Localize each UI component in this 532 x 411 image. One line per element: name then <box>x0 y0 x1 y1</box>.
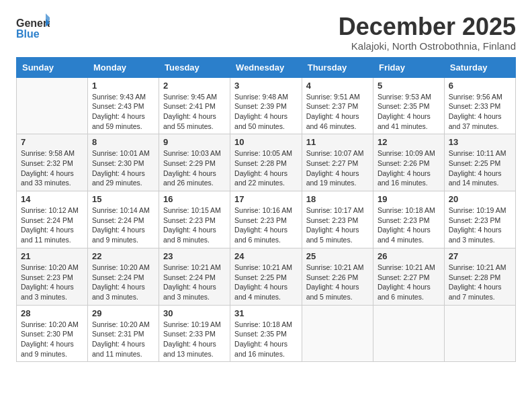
day-number: 27 <box>449 251 511 261</box>
day-info: Sunrise: 9:53 AM Sunset: 2:35 PM Dayligh… <box>378 92 440 132</box>
calendar-cell: 20Sunrise: 10:19 AM Sunset: 2:23 PM Dayl… <box>444 191 515 248</box>
day-info: Sunrise: 10:14 AM Sunset: 2:24 PM Daylig… <box>92 205 154 245</box>
calendar-cell <box>17 77 88 134</box>
calendar-header-row: SundayMondayTuesdayWednesdayThursdayFrid… <box>17 57 516 77</box>
calendar-week-row: 7Sunrise: 9:58 AM Sunset: 2:32 PM Daylig… <box>17 134 516 191</box>
day-info: Sunrise: 10:20 AM Sunset: 2:31 PM Daylig… <box>92 320 154 359</box>
calendar-cell: 3Sunrise: 9:48 AM Sunset: 2:39 PM Daylig… <box>230 77 302 134</box>
calendar-cell: 22Sunrise: 10:20 AM Sunset: 2:24 PM Dayl… <box>87 248 159 305</box>
logo: General Blue <box>16 13 50 44</box>
day-info: Sunrise: 10:21 AM Sunset: 2:25 PM Daylig… <box>234 263 298 302</box>
day-number: 28 <box>21 308 83 318</box>
calendar-table: SundayMondayTuesdayWednesdayThursdayFrid… <box>16 57 516 363</box>
day-number: 8 <box>92 137 154 147</box>
day-info: Sunrise: 10:19 AM Sunset: 2:23 PM Daylig… <box>449 205 511 245</box>
calendar-cell: 11Sunrise: 10:07 AM Sunset: 2:27 PM Dayl… <box>302 134 373 191</box>
day-info: Sunrise: 10:20 AM Sunset: 2:30 PM Daylig… <box>21 320 83 359</box>
day-number: 15 <box>92 194 154 204</box>
calendar-week-row: 14Sunrise: 10:12 AM Sunset: 2:24 PM Dayl… <box>17 191 516 248</box>
calendar-cell <box>373 305 444 362</box>
day-number: 29 <box>92 308 154 318</box>
day-number: 21 <box>21 251 83 261</box>
day-number: 20 <box>449 194 511 204</box>
day-info: Sunrise: 10:21 AM Sunset: 2:28 PM Daylig… <box>449 263 511 302</box>
calendar-cell: 12Sunrise: 10:09 AM Sunset: 2:26 PM Dayl… <box>373 134 444 191</box>
calendar-cell: 9Sunrise: 10:03 AM Sunset: 2:29 PM Dayli… <box>159 134 230 191</box>
calendar-cell: 14Sunrise: 10:12 AM Sunset: 2:24 PM Dayl… <box>17 191 88 248</box>
day-info: Sunrise: 10:01 AM Sunset: 2:30 PM Daylig… <box>92 148 154 188</box>
page-header: General Blue December 2025 Kalajoki, Nor… <box>16 13 516 52</box>
day-info: Sunrise: 10:18 AM Sunset: 2:23 PM Daylig… <box>378 205 440 245</box>
day-number: 3 <box>234 81 298 91</box>
weekday-header: Monday <box>87 57 159 77</box>
day-info: Sunrise: 10:20 AM Sunset: 2:23 PM Daylig… <box>21 263 83 302</box>
calendar-cell: 15Sunrise: 10:14 AM Sunset: 2:24 PM Dayl… <box>87 191 159 248</box>
day-info: Sunrise: 9:56 AM Sunset: 2:33 PM Dayligh… <box>449 92 511 132</box>
day-number: 17 <box>234 194 298 204</box>
day-number: 22 <box>92 251 154 261</box>
day-info: Sunrise: 10:03 AM Sunset: 2:29 PM Daylig… <box>163 148 226 188</box>
calendar-week-row: 21Sunrise: 10:20 AM Sunset: 2:23 PM Dayl… <box>17 248 516 305</box>
weekday-header: Tuesday <box>159 57 230 77</box>
calendar-cell: 24Sunrise: 10:21 AM Sunset: 2:25 PM Dayl… <box>230 248 302 305</box>
calendar-cell: 5Sunrise: 9:53 AM Sunset: 2:35 PM Daylig… <box>373 77 444 134</box>
day-info: Sunrise: 10:15 AM Sunset: 2:23 PM Daylig… <box>163 205 226 245</box>
day-number: 12 <box>378 137 440 147</box>
location-subtitle: Kalajoki, North Ostrobothnia, Finland <box>339 40 516 52</box>
day-number: 31 <box>234 308 298 318</box>
day-info: Sunrise: 10:17 AM Sunset: 2:23 PM Daylig… <box>306 205 369 245</box>
calendar-cell: 4Sunrise: 9:51 AM Sunset: 2:37 PM Daylig… <box>302 77 373 134</box>
weekday-header: Wednesday <box>230 57 302 77</box>
day-number: 23 <box>163 251 226 261</box>
svg-text:General: General <box>16 17 50 29</box>
title-section: December 2025 Kalajoki, North Ostrobothn… <box>339 13 516 52</box>
day-info: Sunrise: 9:43 AM Sunset: 2:43 PM Dayligh… <box>92 92 154 132</box>
calendar-cell: 2Sunrise: 9:45 AM Sunset: 2:41 PM Daylig… <box>159 77 230 134</box>
day-info: Sunrise: 10:07 AM Sunset: 2:27 PM Daylig… <box>306 148 369 188</box>
weekday-header: Friday <box>373 57 444 77</box>
day-number: 24 <box>234 251 298 261</box>
weekday-header: Saturday <box>444 57 515 77</box>
calendar-cell: 25Sunrise: 10:21 AM Sunset: 2:26 PM Dayl… <box>302 248 373 305</box>
calendar-cell: 19Sunrise: 10:18 AM Sunset: 2:23 PM Dayl… <box>373 191 444 248</box>
calendar-cell <box>444 305 515 362</box>
day-number: 13 <box>449 137 511 147</box>
day-info: Sunrise: 10:05 AM Sunset: 2:28 PM Daylig… <box>234 148 298 188</box>
day-number: 2 <box>163 81 226 91</box>
day-info: Sunrise: 10:19 AM Sunset: 2:33 PM Daylig… <box>163 320 226 359</box>
day-number: 1 <box>92 81 154 91</box>
calendar-cell: 6Sunrise: 9:56 AM Sunset: 2:33 PM Daylig… <box>444 77 515 134</box>
calendar-cell: 26Sunrise: 10:21 AM Sunset: 2:27 PM Dayl… <box>373 248 444 305</box>
day-info: Sunrise: 10:16 AM Sunset: 2:23 PM Daylig… <box>234 205 298 245</box>
day-info: Sunrise: 10:21 AM Sunset: 2:27 PM Daylig… <box>378 263 440 302</box>
day-number: 16 <box>163 194 226 204</box>
day-info: Sunrise: 10:21 AM Sunset: 2:24 PM Daylig… <box>163 263 226 302</box>
day-number: 30 <box>163 308 226 318</box>
calendar-cell <box>302 305 373 362</box>
day-number: 5 <box>378 81 440 91</box>
calendar-cell: 29Sunrise: 10:20 AM Sunset: 2:31 PM Dayl… <box>87 305 159 362</box>
calendar-cell: 31Sunrise: 10:18 AM Sunset: 2:35 PM Dayl… <box>230 305 302 362</box>
day-number: 26 <box>378 251 440 261</box>
day-info: Sunrise: 9:58 AM Sunset: 2:32 PM Dayligh… <box>21 148 83 188</box>
logo-icon: General Blue <box>16 13 50 44</box>
calendar-cell: 1Sunrise: 9:43 AM Sunset: 2:43 PM Daylig… <box>87 77 159 134</box>
day-info: Sunrise: 10:09 AM Sunset: 2:26 PM Daylig… <box>378 148 440 188</box>
calendar-cell: 8Sunrise: 10:01 AM Sunset: 2:30 PM Dayli… <box>87 134 159 191</box>
day-info: Sunrise: 9:48 AM Sunset: 2:39 PM Dayligh… <box>234 92 298 132</box>
calendar-cell: 27Sunrise: 10:21 AM Sunset: 2:28 PM Dayl… <box>444 248 515 305</box>
calendar-cell: 10Sunrise: 10:05 AM Sunset: 2:28 PM Dayl… <box>230 134 302 191</box>
day-info: Sunrise: 10:20 AM Sunset: 2:24 PM Daylig… <box>92 263 154 302</box>
day-info: Sunrise: 9:45 AM Sunset: 2:41 PM Dayligh… <box>163 92 226 132</box>
calendar-week-row: 28Sunrise: 10:20 AM Sunset: 2:30 PM Dayl… <box>17 305 516 362</box>
month-year-title: December 2025 <box>339 13 516 40</box>
day-number: 4 <box>306 81 369 91</box>
svg-text:Blue: Blue <box>16 28 40 40</box>
calendar-cell: 28Sunrise: 10:20 AM Sunset: 2:30 PM Dayl… <box>17 305 88 362</box>
weekday-header: Sunday <box>17 57 88 77</box>
day-number: 18 <box>306 194 369 204</box>
calendar-cell: 16Sunrise: 10:15 AM Sunset: 2:23 PM Dayl… <box>159 191 230 248</box>
day-number: 7 <box>21 137 83 147</box>
day-number: 6 <box>449 81 511 91</box>
calendar-cell: 7Sunrise: 9:58 AM Sunset: 2:32 PM Daylig… <box>17 134 88 191</box>
